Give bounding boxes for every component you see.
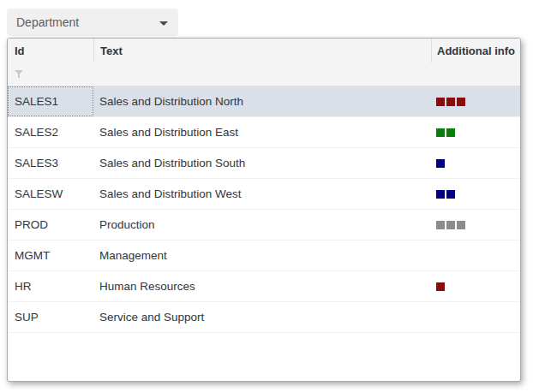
cell-id-text: MGMT bbox=[15, 249, 50, 262]
cell-text-text: Human Resources bbox=[99, 280, 195, 293]
department-combobox[interactable]: Department bbox=[7, 9, 178, 36]
cell-text-text: Sales and Distribution West bbox=[99, 187, 242, 200]
status-square-icon bbox=[436, 282, 445, 291]
cell-id: SUP bbox=[8, 302, 93, 332]
status-square-icon bbox=[446, 190, 455, 199]
table-row[interactable]: SUP Service and Support bbox=[8, 302, 520, 333]
cell-id: PROD bbox=[8, 210, 93, 240]
department-dropdown-panel: Id Text Additional info SALES1 Sales and… bbox=[7, 38, 521, 382]
table-row[interactable]: SALES3 Sales and Distribution South bbox=[8, 148, 520, 179]
cell-text: Sales and Distribution South bbox=[93, 148, 431, 178]
cell-text-text: Sales and Distribution North bbox=[99, 95, 243, 108]
table-header-row: Id Text Additional info bbox=[8, 39, 520, 62]
filter-cell-id[interactable] bbox=[8, 62, 93, 86]
filter-cell-additional-info[interactable] bbox=[431, 62, 520, 86]
column-header-text[interactable]: Text bbox=[93, 39, 431, 62]
status-square-icon bbox=[436, 190, 445, 199]
cell-text-text: Production bbox=[99, 218, 155, 231]
cell-text-text: Sales and Distribution South bbox=[99, 157, 245, 169]
cell-id-text: SALES3 bbox=[15, 157, 58, 169]
cell-additional-info bbox=[431, 179, 520, 209]
cell-id: HR bbox=[8, 271, 93, 301]
table-row[interactable]: PROD Production bbox=[8, 210, 520, 241]
cell-text: Sales and Distribution West bbox=[93, 179, 431, 209]
cell-id-text: HR bbox=[15, 280, 32, 293]
chevron-down-icon bbox=[159, 21, 168, 26]
cell-text-text: Sales and Distribution East bbox=[99, 126, 238, 139]
column-header-additional-info[interactable]: Additional info bbox=[431, 39, 520, 62]
cell-additional-info bbox=[431, 117, 520, 147]
cell-additional-info bbox=[431, 148, 520, 178]
cell-text: Service and Support bbox=[93, 302, 431, 332]
cell-additional-info bbox=[431, 210, 520, 240]
cell-text: Sales and Distribution North bbox=[93, 86, 431, 116]
status-square-icon bbox=[457, 98, 465, 106]
status-square-icon bbox=[436, 128, 445, 137]
status-square-icon bbox=[457, 221, 465, 229]
cell-id: SALES2 bbox=[8, 117, 93, 147]
table-row[interactable]: SALESW Sales and Distribution West bbox=[8, 179, 520, 210]
cell-id-text: SALESW bbox=[15, 187, 63, 200]
cell-text: Sales and Distribution East bbox=[93, 117, 431, 147]
cell-id: SALES1 bbox=[8, 86, 93, 116]
status-square-icon bbox=[446, 98, 455, 106]
cell-text: Human Resources bbox=[93, 271, 431, 301]
filter-funnel-icon bbox=[15, 70, 23, 79]
status-square-icon bbox=[446, 128, 455, 137]
cell-additional-info bbox=[431, 271, 520, 301]
cell-id: SALES3 bbox=[8, 148, 93, 178]
cell-id-text: SALES2 bbox=[15, 126, 58, 139]
cell-text: Management bbox=[93, 241, 431, 270]
table-row[interactable]: HR Human Resources bbox=[8, 271, 520, 302]
status-square-icon bbox=[436, 221, 445, 229]
table-row[interactable]: MGMT Management bbox=[8, 241, 520, 271]
column-header-id-label: Id bbox=[15, 45, 25, 57]
cell-additional-info bbox=[431, 241, 520, 270]
table-filter-row bbox=[8, 62, 520, 86]
cell-additional-info bbox=[431, 86, 520, 116]
cell-id: SALESW bbox=[8, 179, 93, 209]
combobox-value: Department bbox=[16, 15, 79, 29]
column-header-text-label: Text bbox=[100, 45, 123, 57]
status-square-icon bbox=[436, 98, 445, 106]
column-header-additional-info-label: Additional info bbox=[437, 45, 515, 57]
cell-text-text: Management bbox=[99, 249, 167, 262]
cell-id: MGMT bbox=[8, 241, 93, 270]
cell-text: Production bbox=[93, 210, 431, 240]
table-row[interactable]: SALES1 Sales and Distribution North bbox=[8, 86, 520, 117]
cell-additional-info bbox=[431, 302, 520, 332]
status-square-icon bbox=[446, 221, 455, 229]
table-row[interactable]: SALES2 Sales and Distribution East bbox=[8, 117, 520, 148]
table-body: SALES1 Sales and Distribution North SALE… bbox=[8, 86, 520, 333]
status-square-icon bbox=[436, 159, 445, 168]
cell-text-text: Service and Support bbox=[99, 311, 204, 324]
cell-id-text: SALES1 bbox=[15, 95, 58, 108]
filter-cell-text[interactable] bbox=[93, 62, 431, 86]
cell-id-text: SUP bbox=[15, 311, 39, 324]
column-header-id[interactable]: Id bbox=[8, 39, 93, 62]
cell-id-text: PROD bbox=[15, 218, 48, 231]
